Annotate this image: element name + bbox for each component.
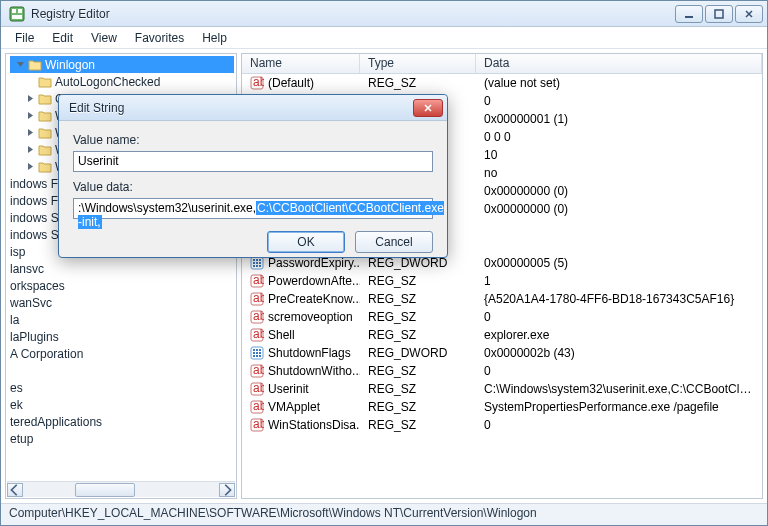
tree-node[interactable]: A Corporation: [10, 345, 234, 362]
value-type: REG_SZ: [360, 418, 476, 432]
ok-button[interactable]: OK: [267, 231, 345, 253]
menu-help[interactable]: Help: [194, 29, 235, 47]
value-data: 0: [476, 94, 762, 108]
svg-rect-31: [256, 352, 258, 354]
dialog-close-button[interactable]: [413, 99, 443, 117]
tree-node[interactable]: wanSvc: [10, 294, 234, 311]
main-window: Registry Editor File Edit View Favorites…: [0, 0, 768, 526]
list-row[interactable]: ShutdownFlagsREG_DWORD0x0000002b (43): [242, 344, 762, 362]
reg-sz-icon: ab: [250, 400, 264, 414]
svg-text:ab: ab: [253, 292, 264, 305]
scroll-left-button[interactable]: [7, 483, 23, 497]
tree-node[interactable]: etup: [10, 430, 234, 447]
menu-file[interactable]: File: [7, 29, 42, 47]
tree-node[interactable]: la: [10, 311, 234, 328]
value-data: 10: [476, 148, 762, 162]
minimize-button[interactable]: [675, 5, 703, 23]
svg-rect-1: [12, 9, 16, 13]
value-type: REG_SZ: [360, 328, 476, 342]
folder-icon: [38, 161, 52, 173]
list-row[interactable]: ab(Default)REG_SZ(value not set): [242, 74, 762, 92]
tree-node[interactable]: AutoLogonChecked: [10, 73, 234, 90]
value-data: 0x00000000 (0): [476, 184, 762, 198]
value-type: REG_SZ: [360, 364, 476, 378]
chevron-right-icon[interactable]: [26, 145, 35, 154]
value-name: WinStationsDisa...: [268, 418, 360, 432]
svg-rect-27: [253, 349, 255, 351]
tree-node[interactable]: [10, 362, 234, 379]
value-name: VMApplet: [268, 400, 320, 414]
svg-text:ab: ab: [253, 76, 264, 89]
svg-rect-35: [259, 355, 261, 357]
regedit-icon: [9, 6, 25, 22]
scroll-right-button[interactable]: [219, 483, 235, 497]
value-type: REG_SZ: [360, 310, 476, 324]
list-row[interactable]: abWinStationsDisa...REG_SZ0: [242, 416, 762, 434]
value-type: REG_SZ: [360, 76, 476, 90]
reg-sz-icon: ab: [250, 364, 264, 378]
value-data-input[interactable]: :\Windows\system32\userinit.exe,C:\CCBoo…: [73, 198, 433, 219]
svg-rect-34: [256, 355, 258, 357]
tree-node[interactable]: orkspaces: [10, 277, 234, 294]
list-row[interactable]: abUserinitREG_SZC:\Windows\system32\user…: [242, 380, 762, 398]
value-data: 0: [476, 310, 762, 324]
reg-sz-icon: ab: [250, 328, 264, 342]
menu-edit[interactable]: Edit: [44, 29, 81, 47]
svg-rect-2: [18, 9, 22, 13]
value-data: {A520A1A4-1780-4FF6-BD18-167343C5AF16}: [476, 292, 762, 306]
list-row[interactable]: abShellREG_SZexplorer.exe: [242, 326, 762, 344]
svg-text:ab: ab: [253, 400, 264, 413]
col-header-type[interactable]: Type: [360, 54, 476, 73]
tree-node-winlogon[interactable]: Winlogon: [10, 56, 234, 73]
close-button[interactable]: [735, 5, 763, 23]
list-row[interactable]: abPreCreateKnow...REG_SZ{A520A1A4-1780-4…: [242, 290, 762, 308]
value-name-label: Value name:: [73, 133, 433, 147]
chevron-right-icon[interactable]: [26, 128, 35, 137]
tree-node[interactable]: laPlugins: [10, 328, 234, 345]
tree-hscroll[interactable]: [7, 481, 235, 497]
value-type: REG_DWORD: [360, 346, 476, 360]
list-row[interactable]: abscremoveoptionREG_SZ0: [242, 308, 762, 326]
scroll-thumb[interactable]: [75, 483, 135, 497]
value-name-input[interactable]: Userinit: [73, 151, 433, 172]
folder-icon: [38, 93, 52, 105]
tree-node[interactable]: ek: [10, 396, 234, 413]
edit-string-dialog: Edit String Value name: Userinit Value d…: [58, 94, 448, 258]
value-data: 0x00000001 (1): [476, 112, 762, 126]
folder-open-icon: [28, 59, 42, 71]
dialog-title: Edit String: [63, 101, 124, 115]
tree-node[interactable]: teredApplications: [10, 413, 234, 430]
folder-icon: [38, 110, 52, 122]
svg-text:ab: ab: [253, 382, 264, 395]
svg-rect-4: [685, 16, 693, 18]
value-data: 0 0 0: [476, 130, 762, 144]
value-data: 1: [476, 274, 762, 288]
chevron-right-icon[interactable]: [26, 94, 35, 103]
chevron-right-icon[interactable]: [26, 162, 35, 171]
value-name: (Default): [268, 76, 314, 90]
tree-node[interactable]: es: [10, 379, 234, 396]
col-header-data[interactable]: Data: [476, 54, 762, 73]
col-header-name[interactable]: Name: [242, 54, 360, 73]
chevron-down-icon[interactable]: [16, 60, 25, 69]
value-data: 0x00000005 (5): [476, 256, 762, 270]
menu-view[interactable]: View: [83, 29, 125, 47]
folder-icon: [38, 76, 52, 88]
chevron-right-icon[interactable]: [26, 111, 35, 120]
menu-favorites[interactable]: Favorites: [127, 29, 192, 47]
svg-rect-3: [12, 15, 22, 19]
list-row[interactable]: abPowerdownAfte...REG_SZ1: [242, 272, 762, 290]
svg-rect-5: [715, 10, 723, 18]
svg-rect-33: [253, 355, 255, 357]
value-data: 0x0000002b (43): [476, 346, 762, 360]
cancel-button[interactable]: Cancel: [355, 231, 433, 253]
value-data: 0: [476, 418, 762, 432]
value-data: 0x00000000 (0): [476, 202, 762, 216]
dialog-titlebar[interactable]: Edit String: [59, 95, 447, 121]
list-row[interactable]: abShutdownWitho...REG_SZ0: [242, 362, 762, 380]
list-row[interactable]: abVMAppletREG_SZSystemPropertiesPerforma…: [242, 398, 762, 416]
svg-text:ab: ab: [253, 418, 264, 431]
titlebar[interactable]: Registry Editor: [1, 1, 767, 27]
svg-text:ab: ab: [253, 364, 264, 377]
maximize-button[interactable]: [705, 5, 733, 23]
